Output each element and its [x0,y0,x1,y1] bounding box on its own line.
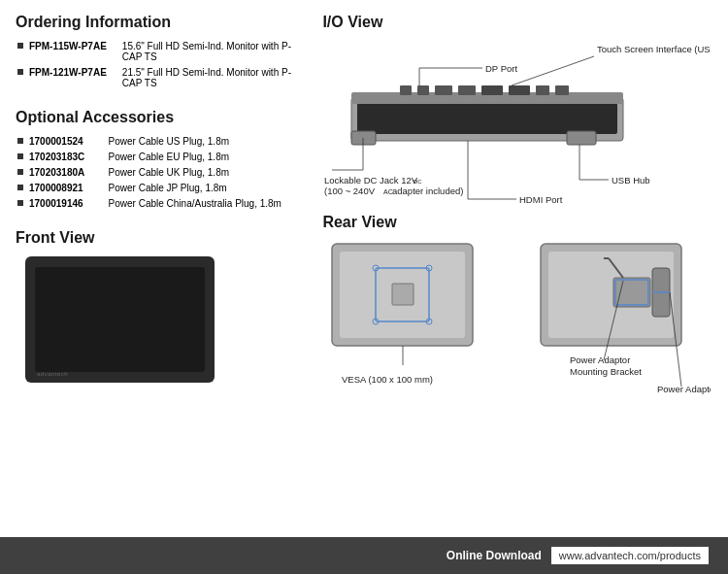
svg-rect-4 [417,85,429,95]
svg-rect-5 [435,85,452,95]
accessories-table: 1700001524 Power Cable US Plug, 1.8m 170… [16,134,303,214]
io-diagram: Touch Screen Interface (USB) DP Port Loc… [322,39,711,204]
footer: Online Download www.advantech.com/produc… [0,537,728,574]
rear-view-section: Rear View VESA (100 x 100 mm) [322,214,712,404]
rear-view-title: Rear View [322,214,712,231]
monitor-logo: advantech [37,371,68,377]
accessories-section: Optional Accessories 1700001524 Power Ca… [16,109,303,214]
svg-text:USB Hub: USB Hub [612,175,650,186]
svg-rect-9 [536,85,549,95]
ordering-section: Ordering Information FPM-115W-P7AE 15.6"… [16,14,303,93]
accessories-row: 1700008921 Power Cable JP Plug, 1.8m [17,183,301,196]
svg-text:Power Adaptor: Power Adaptor [570,355,630,365]
svg-text:adapter included): adapter included) [392,186,463,196]
svg-rect-1 [357,103,617,134]
front-view-title: Front View [16,229,303,247]
rear-diagram: VESA (100 x 100 mm) Powe [322,239,711,404]
monitor-outer: advantech [25,256,215,383]
accessories-row: 1700019146 Power Cable China/Australia P… [17,198,301,212]
ordering-table: FPM-115W-P7AE 15.6" Full HD Semi-Ind. Mo… [16,39,303,93]
accessories-row: 1700001524 Power Cable US Plug, 1.8m [17,136,301,150]
accessories-row: 170203180A Power Cable UK Plug, 1.8m [17,167,301,181]
svg-rect-3 [400,85,412,95]
svg-rect-12 [567,131,596,145]
svg-line-13 [512,56,594,85]
svg-rect-10 [555,85,569,95]
svg-text:Power Adaptor: Power Adaptor [657,384,711,394]
monitor-screen [35,267,205,372]
svg-rect-6 [458,85,476,95]
ordering-row: FPM-121W-P7AE 21.5" Full HD Semi-Ind. Mo… [17,67,301,91]
svg-text:VESA (100 x 100 mm): VESA (100 x 100 mm) [342,374,433,385]
ordering-title: Ordering Information [16,14,303,31]
svg-text:(100 ~ 240V: (100 ~ 240V [324,186,376,196]
svg-rect-44 [613,278,650,307]
svg-rect-8 [509,85,530,95]
footer-label: Online Download [447,549,542,562]
svg-rect-7 [481,85,503,95]
io-view-section: I/O View [322,14,712,204]
ordering-row: FPM-115W-P7AE 15.6" Full HD Semi-Ind. Mo… [17,41,301,65]
left-column: Ordering Information FPM-115W-P7AE 15.6"… [16,14,313,461]
svg-rect-11 [351,131,376,145]
svg-text:DC: DC [414,179,422,185]
right-column: I/O View [313,14,712,461]
accessories-row: 170203183C Power Cable EU Plug, 1.8m [17,152,301,165]
svg-text:DP Port: DP Port [485,63,517,74]
io-view-title: I/O View [322,14,712,31]
rear-svg: VESA (100 x 100 mm) Powe [322,239,711,404]
footer-url: www.advantech.com/products [551,547,709,564]
io-svg: Touch Screen Interface (USB) DP Port Loc… [322,39,711,209]
svg-text:Mounting Bracket: Mounting Bracket [570,366,642,377]
svg-rect-38 [392,284,414,305]
svg-text:Touch Screen Interface (USB): Touch Screen Interface (USB) [597,44,711,54]
svg-text:Lockable DC Jack 12V: Lockable DC Jack 12V [324,175,418,186]
monitor-image: advantech [25,256,219,392]
accessories-title: Optional Accessories [16,109,303,126]
front-view-section: Front View advantech [16,229,303,392]
svg-text:HDMI Port: HDMI Port [519,194,563,205]
